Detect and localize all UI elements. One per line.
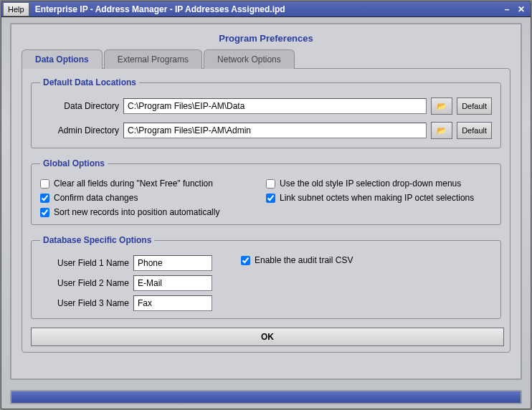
group-default-data-locations: Default Data Locations Data Directory 📂 … <box>31 77 501 148</box>
label-data-directory: Data Directory <box>40 101 119 111</box>
label-old-style: Use the old style IP selection drop-down… <box>280 178 461 189</box>
legend-locations: Default Data Locations <box>40 77 139 87</box>
checkbox-audit-trail-input[interactable] <box>241 256 250 265</box>
page-title: Program Preferences <box>22 33 510 44</box>
window-title: Enterprise IP - Address Manager - IP Add… <box>31 4 502 14</box>
app-window: Help Enterprise IP - Address Manager - I… <box>1 1 531 409</box>
checkbox-audit-trail[interactable]: Enable the audit trail CSV <box>241 255 353 265</box>
label-audit-trail: Enable the audit trail CSV <box>255 255 353 265</box>
close-icon[interactable]: ✕ <box>516 4 526 14</box>
tab-external-programs[interactable]: External Programs <box>104 49 202 69</box>
checkbox-old-style-input[interactable] <box>266 179 275 189</box>
tab-strip: Data Options External Programs Network O… <box>22 49 510 69</box>
label-sort-new: Sort new records into position automatic… <box>54 207 219 217</box>
browse-data-dir-button[interactable]: 📂 <box>431 97 452 115</box>
default-data-dir-button[interactable]: Default <box>457 97 492 115</box>
checkbox-clear-fields[interactable]: Clear all fields during "Next Free" func… <box>40 178 266 189</box>
checkbox-confirm-changes-input[interactable] <box>40 194 49 203</box>
legend-db: Database Specific Options <box>40 235 154 245</box>
checkbox-link-octets[interactable]: Link subnet octets when making IP octet … <box>266 193 492 203</box>
checkbox-clear-fields-input[interactable] <box>40 179 49 189</box>
label-user-field-1: User Field 1 Name <box>40 258 129 268</box>
checkbox-sort-new-input[interactable] <box>40 208 49 217</box>
checkbox-confirm-changes[interactable]: Confirm data changes <box>40 193 266 203</box>
admin-directory-input[interactable] <box>123 123 427 138</box>
label-clear-fields: Clear all fields during "Next Free" func… <box>54 178 213 189</box>
checkbox-link-octets-input[interactable] <box>266 194 275 203</box>
help-button[interactable]: Help <box>3 2 29 16</box>
legend-global: Global Options <box>40 158 108 168</box>
tab-data-options[interactable]: Data Options <box>22 49 103 69</box>
label-link-octets: Link subnet octets when making IP octet … <box>280 193 474 203</box>
minimize-icon[interactable]: – <box>502 4 512 14</box>
title-bar: Help Enterprise IP - Address Manager - I… <box>1 1 531 17</box>
default-admin-dir-button[interactable]: Default <box>457 122 492 139</box>
user-field-2-input[interactable] <box>133 275 212 291</box>
content-panel: Program Preferences Data Options Externa… <box>10 23 522 380</box>
tab-panel-data-options: Default Data Locations Data Directory 📂 … <box>22 68 510 353</box>
user-field-3-input[interactable] <box>133 295 212 311</box>
group-global-options: Global Options Clear all fields during "… <box>31 158 501 225</box>
label-user-field-2: User Field 2 Name <box>40 278 129 288</box>
checkbox-sort-new[interactable]: Sort new records into position automatic… <box>40 207 266 217</box>
checkbox-old-style[interactable]: Use the old style IP selection drop-down… <box>266 178 492 189</box>
label-admin-directory: Admin Directory <box>40 125 119 135</box>
data-directory-input[interactable] <box>123 98 427 114</box>
label-confirm-changes: Confirm data changes <box>54 193 138 203</box>
group-database-specific: Database Specific Options User Field 1 N… <box>31 235 501 319</box>
ok-button[interactable]: OK <box>31 328 504 346</box>
folder-open-icon: 📂 <box>437 126 447 135</box>
browse-admin-dir-button[interactable]: 📂 <box>431 122 452 139</box>
status-bar <box>10 390 522 404</box>
tab-network-options[interactable]: Network Options <box>204 49 295 69</box>
folder-open-icon: 📂 <box>437 102 447 111</box>
user-field-1-input[interactable] <box>133 255 212 271</box>
label-user-field-3: User Field 3 Name <box>40 298 129 308</box>
